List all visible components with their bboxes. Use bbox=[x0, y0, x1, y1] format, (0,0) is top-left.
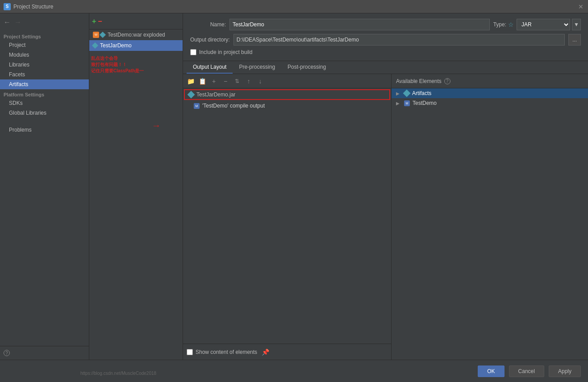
nav-back-button[interactable]: ← bbox=[4, 18, 11, 26]
available-elements-label: Available Elements bbox=[396, 78, 442, 84]
footer: https://blog.csdn.net/MuscleCode2018 OK … bbox=[0, 360, 588, 382]
project-settings-section: Project Settings bbox=[0, 31, 89, 40]
sidebar-bottom: ? bbox=[0, 346, 89, 360]
output-item-compile[interactable]: M 'TestDemo' compile output bbox=[183, 101, 391, 111]
available-header: Available Elements ? bbox=[392, 74, 588, 88]
jar-file-icon bbox=[188, 91, 195, 99]
sidebar-item-project[interactable]: Project bbox=[0, 40, 89, 50]
artifact-item-testjardemo[interactable]: TestJarDemo bbox=[89, 40, 183, 51]
name-label: Name: bbox=[190, 21, 226, 28]
toolbar-down-btn[interactable]: ↓ bbox=[255, 76, 265, 86]
toolbar-sort-btn[interactable]: ⇅ bbox=[232, 76, 242, 86]
include-in-build-row: Include in project build bbox=[190, 49, 581, 55]
available-list: ▶ Artifacts ▶ M TestDemo bbox=[392, 88, 588, 360]
toolbar-list-btn[interactable]: 📋 bbox=[197, 76, 207, 86]
main-content: Name: Type: ☆ JAR ▼ Output directory: ..… bbox=[183, 13, 588, 360]
output-item-compile-label: 'TestDemo' compile output bbox=[202, 103, 265, 109]
cancel-button[interactable]: Cancel bbox=[509, 365, 544, 377]
window-title: Project Structure bbox=[13, 4, 53, 10]
toolbar-up-btn[interactable]: ↑ bbox=[244, 76, 254, 86]
module-icon: M bbox=[194, 103, 200, 109]
tab-output-layout[interactable]: Output Layout bbox=[187, 61, 233, 74]
available-item-artifacts-label: Artifacts bbox=[412, 90, 431, 96]
app-icon: S bbox=[4, 3, 11, 10]
output-dir-input[interactable] bbox=[234, 34, 565, 46]
tabs-bar: Output Layout Pre-processing Post-proces… bbox=[183, 61, 588, 74]
artifact-remove-button[interactable]: − bbox=[98, 17, 102, 25]
output-item-jar[interactable]: TestJarDemo.jar bbox=[184, 89, 390, 100]
include-in-build-checkbox[interactable] bbox=[190, 49, 196, 55]
type-select-wrap: Type: ☆ JAR ▼ bbox=[493, 19, 581, 30]
sidebar: ← → Project Settings Project Modules Lib… bbox=[0, 13, 89, 360]
ok-button[interactable]: OK bbox=[478, 365, 504, 377]
tab-postprocessing[interactable]: Post-processing bbox=[281, 61, 332, 74]
show-content-checkbox[interactable] bbox=[187, 349, 193, 355]
sidebar-item-modules[interactable]: Modules bbox=[0, 50, 89, 60]
apply-button[interactable]: Apply bbox=[549, 365, 581, 377]
platform-settings-section: Platform Settings bbox=[0, 89, 89, 98]
sidebar-item-sdks[interactable]: SDKs bbox=[0, 98, 89, 108]
output-dir-label: Output directory: bbox=[190, 37, 230, 43]
artifacts-icon bbox=[403, 90, 411, 97]
sidebar-nav: Project Settings Project Modules Librari… bbox=[0, 31, 89, 346]
tree-arrow-artifacts: ▶ bbox=[396, 91, 401, 96]
toolbar-sub-btn[interactable]: − bbox=[221, 76, 230, 86]
footer-url: https://blog.csdn.net/MuscleCode2018 bbox=[80, 371, 156, 376]
type-icon: ☆ bbox=[508, 21, 514, 28]
toolbar-add-btn[interactable]: + bbox=[209, 76, 219, 86]
available-item-artifacts[interactable]: ▶ Artifacts bbox=[392, 88, 588, 98]
toolbar-folder-btn[interactable]: 📁 bbox=[186, 76, 196, 86]
browse-button[interactable]: ... bbox=[568, 34, 581, 46]
available-item-testdemo-label: TestDemo bbox=[413, 100, 437, 106]
sidebar-item-facets[interactable]: Facets bbox=[0, 70, 89, 79]
include-in-build-label: Include in project build bbox=[199, 49, 252, 55]
sidebar-toolbar: ← → bbox=[0, 13, 89, 31]
name-row: Name: Type: ☆ JAR ▼ bbox=[190, 19, 581, 30]
form-area: Name: Type: ☆ JAR ▼ Output directory: ..… bbox=[183, 13, 588, 61]
close-button[interactable]: ✕ bbox=[577, 3, 584, 10]
artifact-list: W TestDemo:war exploded TestJarDemo 乱点这个… bbox=[89, 29, 183, 360]
output-dir-row: Output directory: ... bbox=[190, 34, 581, 46]
artifact-item-war-label: TestDemo:war exploded bbox=[108, 32, 165, 38]
tab-preprocessing[interactable]: Pre-processing bbox=[233, 61, 281, 74]
show-content-label: Show content of elements bbox=[196, 349, 257, 355]
artifact-add-button[interactable]: + bbox=[92, 17, 96, 25]
nav-forward-button[interactable]: → bbox=[14, 18, 21, 26]
jar-icon bbox=[93, 43, 97, 48]
available-item-testdemo[interactable]: ▶ M TestDemo bbox=[392, 98, 588, 108]
annotation-text: 乱点这个会导 致打包有问题！！ 记住只需要ClassPath是一 bbox=[91, 55, 183, 74]
sidebar-item-artifacts[interactable]: Artifacts bbox=[0, 79, 89, 89]
type-label: Type: bbox=[493, 21, 506, 28]
artifact-item-testjardemo-label: TestJarDemo bbox=[100, 42, 132, 49]
content-split: 📁 📋 + − ⇅ ↑ ↓ TestJarDemo.jar bbox=[183, 74, 588, 360]
title-bar: S Project Structure ✕ bbox=[0, 0, 588, 13]
sidebar-item-global-libraries[interactable]: Global Libraries bbox=[0, 108, 89, 118]
available-panel: Available Elements ? ▶ Artifacts ▶ M Tes… bbox=[392, 74, 588, 360]
bottom-row: Show content of elements 📌 bbox=[183, 344, 391, 360]
tree-arrow-testdemo: ▶ bbox=[396, 101, 401, 106]
artifact-toolbar: + − bbox=[89, 13, 183, 29]
help-icon[interactable]: ? bbox=[4, 350, 10, 356]
available-help-icon[interactable]: ? bbox=[444, 78, 450, 84]
artifact-panel: + − W TestDemo:war exploded TestJarDemo bbox=[89, 13, 183, 360]
name-input[interactable] bbox=[229, 19, 490, 30]
artifact-item-war[interactable]: W TestDemo:war exploded bbox=[89, 29, 183, 40]
output-panel: 📁 📋 + − ⇅ ↑ ↓ TestJarDemo.jar bbox=[183, 74, 392, 360]
output-toolbar: 📁 📋 + − ⇅ ↑ ↓ bbox=[183, 74, 391, 88]
type-select[interactable]: JAR bbox=[517, 19, 570, 30]
main-layout: ← → Project Settings Project Modules Lib… bbox=[0, 13, 588, 360]
type-dropdown-button[interactable]: ▼ bbox=[572, 19, 581, 30]
testdemo-icon: M bbox=[404, 100, 410, 106]
output-list: TestJarDemo.jar M 'TestDemo' compile out… bbox=[183, 88, 391, 344]
war-icon: W bbox=[93, 32, 105, 38]
output-item-jar-label: TestJarDemo.jar bbox=[196, 91, 235, 98]
sidebar-item-problems[interactable]: Problems bbox=[0, 125, 89, 135]
sidebar-item-libraries[interactable]: Libraries bbox=[0, 60, 89, 70]
pin-icon[interactable]: 📌 bbox=[262, 349, 269, 356]
